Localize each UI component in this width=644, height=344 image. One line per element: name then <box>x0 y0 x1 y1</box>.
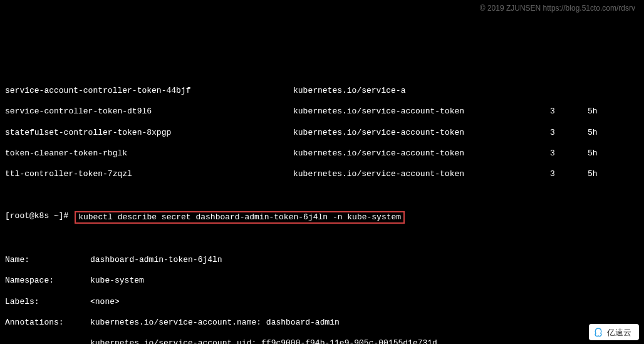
secret-row: ttl-controller-token-7zqzl kubernetes.io… <box>5 169 639 180</box>
describe-annotations-uid: kubernetes.io/service-account.uid: ff9c9… <box>5 338 639 344</box>
describe-labels: Labels:<none> <box>5 297 639 308</box>
secret-age: 5h <box>588 169 613 180</box>
site-logo: 亿速云 <box>589 324 639 340</box>
secret-name: statefulset-controller-token-8xpgp <box>5 128 293 138</box>
describe-namespace: Namespace:kube-system <box>5 276 639 286</box>
logo-text: 亿速云 <box>606 328 631 337</box>
secret-data: 3 <box>550 149 588 159</box>
secret-age: 5h <box>588 128 613 138</box>
secret-data: 3 <box>550 128 588 138</box>
secret-type: kubernetes.io/service-account-token <box>293 149 550 159</box>
command-line[interactable]: [root@k8s ~]# kubectl describe secret da… <box>5 211 639 224</box>
watermark-text: © 2019 ZJUNSEN https://blog.51cto.com/rd… <box>480 4 635 13</box>
secret-age: 5h <box>588 149 613 159</box>
secret-type: kubernetes.io/service-account-token <box>293 128 550 138</box>
secret-age: 5h <box>588 107 613 117</box>
describe-name: Name:dashboard-admin-token-6j4ln <box>5 255 639 266</box>
secret-row: service-account-controller-token-44bjf k… <box>5 86 639 96</box>
secret-type: kubernetes.io/service-a <box>293 86 550 96</box>
secret-data: 3 <box>550 107 588 117</box>
secret-row: token-cleaner-token-rbglk kubernetes.io/… <box>5 149 639 159</box>
shell-prompt: [root@k8s ~]# <box>5 211 73 224</box>
secret-name: token-cleaner-token-rbglk <box>5 149 293 159</box>
secret-type: kubernetes.io/service-account-token <box>293 169 550 180</box>
highlighted-command: kubectl describe secret dashboard-admin-… <box>75 211 405 224</box>
describe-annotations: Annotations:kubernetes.io/service-accoun… <box>5 318 639 328</box>
secret-data: 3 <box>550 169 588 180</box>
secret-name: ttl-controller-token-7zqzl <box>5 169 293 180</box>
secret-name: service-account-controller-token-44bjf <box>5 86 293 96</box>
secret-name: service-controller-token-dt9l6 <box>5 107 293 117</box>
secret-type: kubernetes.io/service-account-token <box>293 107 550 117</box>
secret-row: service-controller-token-dt9l6 kubernete… <box>5 107 639 117</box>
secret-row: statefulset-controller-token-8xpgp kuber… <box>5 128 639 138</box>
